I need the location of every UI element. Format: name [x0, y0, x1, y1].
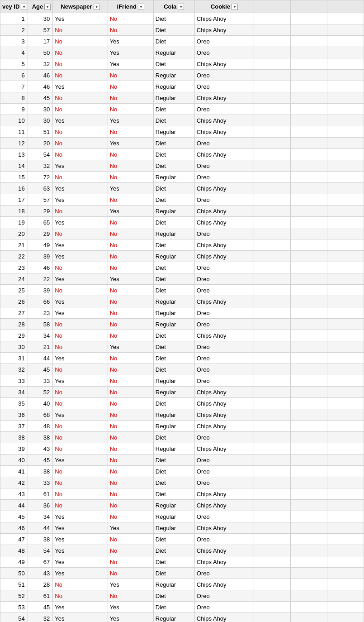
cell-35-0: 36: [0, 409, 28, 421]
cell-extra-42-6: [254, 488, 291, 500]
cell-35-5: Chips Ahoy: [194, 409, 254, 421]
column-header-survey-id[interactable]: vey ID ▼: [0, 0, 28, 13]
cell-26-0: 27: [0, 307, 28, 319]
cell-11-5: Oreo: [194, 138, 254, 149]
table-row: 1757YesNoDietOreo: [0, 194, 364, 206]
cell-25-1: 66: [28, 296, 53, 307]
cell-extra-28-7: [291, 330, 327, 341]
cell-48-1: 67: [28, 556, 53, 568]
filter-button-age[interactable]: ▼: [44, 4, 51, 10]
cell-37-2: No: [53, 432, 108, 443]
cell-36-0: 37: [0, 421, 28, 432]
column-header-newspaper[interactable]: Newspaper ▼: [53, 0, 108, 13]
cell-extra-11-7: [291, 138, 327, 149]
cell-26-3: No: [108, 307, 153, 319]
table-row: 3452NoNoRegularChips Ahoy: [0, 387, 364, 398]
cell-extra-19-6: [254, 228, 291, 239]
cell-extra-17-8: [327, 206, 364, 217]
cell-18-4: Diet: [153, 217, 194, 228]
filter-button-cookie[interactable]: ▼: [232, 4, 238, 10]
column-header-cola[interactable]: Cola ▼: [153, 0, 194, 13]
cell-37-5: Oreo: [194, 432, 254, 443]
cell-7-1: 45: [28, 92, 53, 104]
cell-extra-44-8: [327, 511, 364, 522]
cell-extra-27-6: [254, 319, 291, 330]
cell-35-1: 68: [28, 409, 53, 421]
cell-extra-31-6: [254, 364, 291, 375]
cell-extra-29-7: [291, 341, 327, 353]
column-header-ifriend[interactable]: iFriend ▼: [108, 0, 153, 13]
cell-4-5: Chips Ahoy: [194, 58, 254, 70]
cell-33-0: 34: [0, 387, 28, 398]
cell-19-0: 20: [0, 228, 28, 239]
table-row: 4233NoNoDietOreo: [0, 477, 364, 488]
cell-34-5: Chips Ahoy: [194, 398, 254, 409]
cell-extra-53-7: [291, 613, 327, 622]
cell-8-5: Oreo: [194, 104, 254, 115]
cell-1-5: Chips Ahoy: [194, 24, 254, 36]
cell-extra-33-8: [327, 387, 364, 398]
cell-extra-39-7: [291, 455, 327, 466]
table-row: 3748NoNoRegularChips Ahoy: [0, 421, 364, 432]
cell-50-5: Chips Ahoy: [194, 579, 254, 590]
cell-extra-49-8: [327, 568, 364, 579]
cell-38-2: No: [53, 443, 108, 455]
cell-extra-34-6: [254, 398, 291, 409]
table-row: 3021NoYesDietOreo: [0, 341, 364, 353]
table-row: 3245NoNoDietOreo: [0, 364, 364, 375]
cell-24-4: Diet: [153, 285, 194, 296]
cell-extra-1-8: [327, 24, 364, 36]
cell-47-4: Diet: [153, 545, 194, 556]
cell-52-3: Yes: [108, 602, 153, 613]
cell-53-3: Yes: [108, 613, 153, 622]
cell-37-3: No: [108, 432, 153, 443]
filter-button-newspaper[interactable]: ▼: [94, 4, 100, 10]
cell-16-1: 57: [28, 194, 53, 206]
filter-button-cola[interactable]: ▼: [178, 4, 184, 10]
cell-extra-5-6: [254, 70, 291, 81]
cell-extra-13-8: [327, 160, 364, 172]
cell-52-5: Oreo: [194, 602, 254, 613]
column-header-age[interactable]: Age ▼: [28, 0, 53, 13]
cell-3-2: No: [53, 47, 108, 58]
cell-29-0: 30: [0, 341, 28, 353]
table-row: 1572NoNoRegularOreo: [0, 172, 364, 183]
cell-extra-30-8: [327, 353, 364, 364]
cell-6-1: 46: [28, 81, 53, 92]
cell-45-5: Chips Ahoy: [194, 522, 254, 534]
cell-12-0: 13: [0, 149, 28, 160]
cell-extra-52-6: [254, 602, 291, 613]
cell-extra-25-6: [254, 296, 291, 307]
cell-extra-28-8: [327, 330, 364, 341]
cell-extra-40-6: [254, 466, 291, 477]
cell-42-1: 61: [28, 488, 53, 500]
table-row: 130YesNoDietChips Ahoy: [0, 13, 364, 24]
column-header-cookie[interactable]: Cookie ▼: [194, 0, 254, 13]
table-row: 2934NoNoDietChips Ahoy: [0, 330, 364, 341]
cell-0-5: Chips Ahoy: [194, 13, 254, 24]
cell-28-3: No: [108, 330, 153, 341]
cell-extra-37-7: [291, 432, 327, 443]
cell-16-3: No: [108, 194, 153, 206]
cell-2-0: 3: [0, 36, 28, 47]
cell-6-3: No: [108, 81, 153, 92]
cell-1-4: Diet: [153, 24, 194, 36]
cell-extra-11-8: [327, 138, 364, 149]
cell-extra-24-8: [327, 285, 364, 296]
cell-50-1: 28: [28, 579, 53, 590]
cell-10-0: 11: [0, 126, 28, 138]
filter-button-survey-id[interactable]: ▼: [21, 4, 27, 10]
cell-10-3: No: [108, 126, 153, 138]
table-row: 2346NoNoDietOreo: [0, 262, 364, 273]
cell-44-1: 34: [28, 511, 53, 522]
cell-48-2: Yes: [53, 556, 108, 568]
table-row: 3838NoNoDietOreo: [0, 432, 364, 443]
cell-18-5: Chips Ahoy: [194, 217, 254, 228]
cell-47-5: Chips Ahoy: [194, 545, 254, 556]
cell-extra-32-6: [254, 375, 291, 387]
cell-21-5: Chips Ahoy: [194, 251, 254, 262]
filter-button-ifriend[interactable]: ▼: [138, 4, 144, 10]
cell-27-2: No: [53, 319, 108, 330]
cell-extra-6-8: [327, 81, 364, 92]
cell-7-2: No: [53, 92, 108, 104]
